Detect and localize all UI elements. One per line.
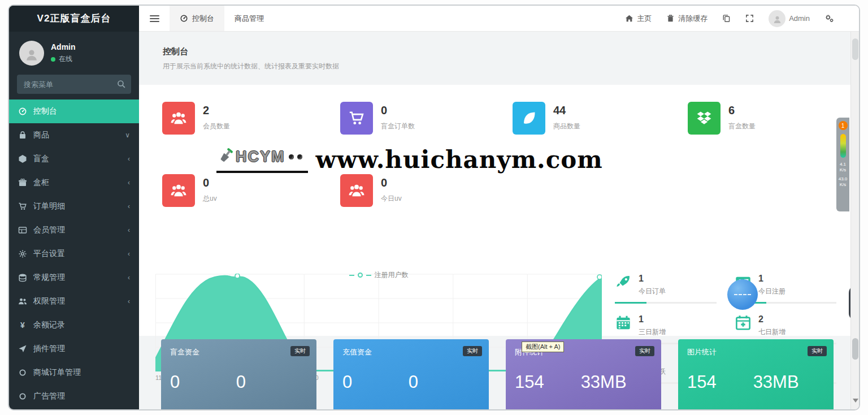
mini-value: 2	[758, 314, 785, 325]
screenshot-hint-tooltip: 截图(Alt + A)	[522, 341, 564, 352]
user-status: 在线	[51, 54, 76, 64]
sidebar-item-label: 订单明细	[33, 201, 65, 211]
card-title: 充值资金	[342, 347, 480, 357]
sidebar-item-boxcabinet[interactable]: 盒柜‹	[9, 171, 139, 194]
card-value-2: 33MB	[753, 372, 819, 392]
card-value-2: 0	[236, 372, 302, 392]
mini-label: 三日新增	[639, 327, 666, 337]
username-label: Admin	[789, 14, 810, 23]
sidebar-item-ads[interactable]: 广告管理	[9, 384, 139, 408]
app-title: V2正版盲盒后台	[9, 6, 139, 32]
floating-assistant-button[interactable]	[727, 279, 758, 310]
sidebar-item-members[interactable]: 会员管理‹	[9, 218, 139, 242]
sidebar-item-label: 商城订单管理	[33, 368, 81, 378]
search-icon[interactable]	[116, 79, 126, 89]
sidebar-item-products[interactable]: 商品∨	[9, 123, 139, 147]
scrollbar-thumb[interactable]	[852, 338, 858, 360]
clear-cache-button[interactable]: 清除缓存	[666, 14, 708, 24]
sidebar-item-label: 会员管理	[33, 225, 65, 235]
stat-box-orders: 0 盲盒订单数	[340, 102, 415, 135]
sidebar-item-permissions[interactable]: 权限管理‹	[9, 289, 139, 313]
gauge-bar-icon	[840, 134, 846, 158]
tab-dashboard[interactable]: 控制台	[170, 6, 224, 31]
card-blindbox-funds[interactable]: 盲盒资金 实时 00	[161, 339, 316, 409]
user-panel: Admin 在线	[9, 32, 139, 74]
sidebar-item-label: 盲盒	[33, 154, 49, 164]
sidebar-item-general[interactable]: 常规管理‹	[9, 266, 139, 289]
mini-label: 今日注册	[758, 287, 785, 296]
stat-value: 0	[381, 176, 402, 189]
eye-icon	[297, 154, 302, 159]
copy-button[interactable]	[722, 14, 731, 23]
gears-icon	[824, 14, 834, 23]
leaf-icon	[513, 102, 545, 135]
menu-toggle-button[interactable]	[139, 6, 170, 31]
mini-value: 1	[639, 314, 666, 325]
card-value-1: 154	[687, 372, 753, 392]
chevron-left-icon: ‹	[128, 179, 130, 187]
dropbox-icon	[688, 102, 721, 135]
chart-legend[interactable]: 注册用户数	[155, 270, 602, 280]
stat-label: 今日uv	[381, 194, 402, 204]
chevron-left-icon: ‹	[128, 226, 130, 234]
sidebar-item-balance[interactable]: ¥余额记录	[9, 313, 139, 337]
stat-label: 商品数量	[553, 122, 580, 131]
settings-button[interactable]	[824, 14, 834, 23]
sidebar-search	[17, 75, 131, 94]
copy-icon	[722, 14, 731, 23]
speed-metric: 4.1K/s	[840, 162, 847, 172]
tab-product-management[interactable]: 商品管理	[224, 6, 274, 31]
clear-cache-label: 清除缓存	[678, 14, 708, 24]
card-title: 盲盒资金	[170, 347, 307, 357]
vertical-scrollbar[interactable]	[850, 32, 859, 409]
topbar: 控制台 商品管理 主页 清除缓存 Admin	[139, 6, 859, 32]
card-recharge-funds[interactable]: 充值资金 实时 00	[333, 339, 489, 409]
stat-value: 0	[203, 176, 217, 189]
watermark-brand-text: HCYM	[236, 148, 285, 166]
yen-icon: ¥	[18, 321, 27, 330]
sidebar-item-orders[interactable]: 订单明细‹	[9, 194, 139, 218]
home-button[interactable]: 主页	[625, 14, 652, 24]
sidebar-item-dashboard[interactable]: 控制台	[9, 100, 139, 123]
stat-value: 0	[381, 104, 415, 117]
shovel-icon	[216, 147, 233, 167]
sidebar: V2正版盲盒后台 Admin 在线 控制台 商品∨ 盲盒‹ 盒柜‹ 订单明细‹ …	[9, 6, 139, 409]
users-icon	[340, 174, 373, 207]
sidebar-item-label: 常规管理	[33, 273, 65, 283]
chevron-down-icon: ∨	[125, 131, 130, 139]
users-icon	[162, 102, 195, 135]
search-input[interactable]	[17, 75, 131, 94]
gift-icon	[18, 178, 27, 187]
user-menu[interactable]: Admin	[769, 10, 810, 27]
cart-icon	[340, 102, 373, 135]
sidebar-item-label: 广告管理	[33, 391, 65, 401]
sidebar-item-label: 权限管理	[33, 296, 65, 306]
stat-label: 会员数量	[203, 122, 230, 131]
sidebar-item-mall-orders[interactable]: 商城订单管理	[9, 361, 139, 384]
scrollbar-thumb[interactable]	[852, 38, 858, 60]
stat-label: 盲盒订单数	[381, 122, 415, 131]
watermark-url: www.huichanym.com	[316, 146, 603, 174]
sidebar-item-plugins[interactable]: 插件管理	[9, 337, 139, 361]
rocket-icon	[615, 274, 632, 291]
expand-icon	[745, 14, 754, 23]
avatar	[19, 41, 44, 66]
mini-stat-today-orders: 1 今日订单	[615, 274, 722, 304]
card-image-stats[interactable]: 图片统计 实时 15433MB	[678, 339, 834, 409]
stat-members: 2 会员数量	[162, 102, 230, 135]
chevron-left-icon: ‹	[128, 297, 130, 305]
page-title: 控制台	[163, 46, 859, 57]
extension-monitor-panel[interactable]: 1 4.1K/s 43.0K/s	[836, 118, 849, 211]
scroll-down-arrow-icon[interactable]	[853, 399, 858, 403]
speed-metric: 43.0K/s	[839, 176, 848, 187]
topbar-actions: 主页 清除缓存 Admin	[625, 10, 859, 27]
sidebar-item-blindbox[interactable]: 盲盒‹	[9, 147, 139, 171]
status-label: 在线	[59, 54, 72, 64]
mini-label: 今日订单	[639, 287, 666, 296]
sidebar-item-label: 平台设置	[33, 249, 65, 259]
fullscreen-button[interactable]	[745, 14, 754, 23]
gauge-icon	[180, 14, 188, 23]
stat-value: 44	[553, 104, 580, 117]
app-window: V2正版盲盒后台 Admin 在线 控制台 商品∨ 盲盒‹ 盒柜‹ 订单明细‹ …	[8, 5, 860, 410]
sidebar-item-platform-settings[interactable]: 平台设置‹	[9, 242, 139, 266]
